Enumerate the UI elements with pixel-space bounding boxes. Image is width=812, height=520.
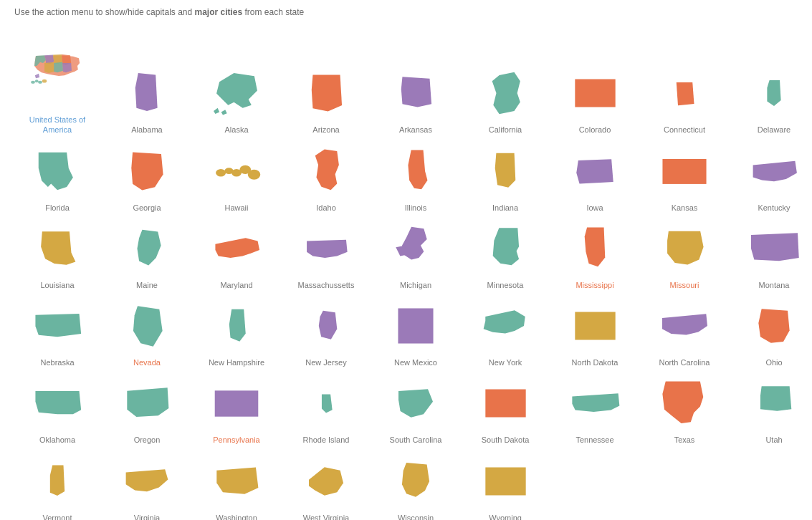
state-shape-south-carolina [387, 375, 444, 432]
state-item-maine[interactable]: Maine [104, 220, 190, 290]
state-label-nebraska: Nebraska [40, 357, 74, 367]
state-shape-delaware [745, 64, 803, 122]
state-item-florida[interactable]: Florida [14, 143, 100, 213]
svg-point-2 [38, 81, 42, 84]
state-shape-louisiana [29, 220, 86, 277]
state-item-arkansas[interactable]: Arkansas [373, 64, 459, 135]
state-item-maryland[interactable]: Maryland [194, 220, 280, 290]
state-item-texas[interactable]: Texas [641, 375, 727, 445]
state-item-indiana[interactable]: Indiana [462, 143, 548, 213]
state-item-iowa[interactable]: Iowa [552, 143, 638, 213]
state-item-ohio[interactable]: Ohio [731, 297, 812, 367]
state-shape-kentucky [745, 143, 803, 200]
state-item-colorado[interactable]: Colorado [552, 64, 638, 135]
state-label-wyoming: Wyoming [489, 513, 522, 520]
state-item-alaska[interactable]: Alaska [194, 64, 280, 135]
state-label-michigan: Michigan [400, 280, 431, 290]
state-item-idaho[interactable]: Idaho [283, 143, 369, 213]
state-label-california: California [489, 125, 522, 135]
state-item-utah[interactable]: Utah [731, 375, 812, 445]
state-item-delaware[interactable]: Delaware [731, 64, 812, 135]
state-item-west-virginia[interactable]: West Virginia [283, 453, 369, 520]
state-item-pennsylvania[interactable]: Pennsylvania [194, 375, 280, 445]
state-shape-ohio [745, 297, 803, 355]
state-label-virginia: Virginia [134, 513, 161, 520]
state-item-wisconsin[interactable]: Wisconsin [373, 453, 459, 520]
state-shape-mississippi [566, 220, 624, 277]
state-item-michigan[interactable]: Michigan [373, 220, 459, 290]
state-shape-idaho [297, 143, 355, 200]
svg-point-3 [42, 80, 47, 83]
state-label-oregon: Oregon [134, 435, 161, 445]
state-item-new-york[interactable]: New York [462, 297, 548, 367]
state-shape-michigan [387, 220, 444, 277]
state-label-georgia: Georgia [133, 203, 161, 213]
state-item-alabama[interactable]: Alabama [104, 64, 190, 135]
state-label-alaska: Alaska [224, 125, 248, 135]
state-item-georgia[interactable]: Georgia [104, 143, 190, 213]
state-shape-indiana [477, 143, 534, 200]
state-item-missouri[interactable]: Missouri [641, 220, 727, 290]
state-shape-south-dakota [477, 375, 534, 432]
svg-rect-13 [215, 390, 259, 416]
state-label-west-virginia: West Virginia [303, 513, 349, 520]
state-shape-vermont [29, 453, 86, 510]
state-label-iowa: Iowa [586, 203, 603, 213]
state-label-vermont: Vermont [43, 513, 72, 520]
svg-rect-10 [662, 159, 706, 184]
state-item-minnesota[interactable]: Minnesota [462, 220, 548, 290]
state-label-tennessee: Tennessee [575, 435, 613, 445]
state-item-nevada[interactable]: Nevada [104, 297, 190, 367]
state-item-nebraska[interactable]: Nebraska [14, 297, 100, 367]
state-item-rhode-island[interactable]: Rhode Island [283, 375, 369, 445]
state-item-virginia[interactable]: Virginia [104, 453, 190, 520]
state-shape-alaska [208, 64, 265, 122]
state-item-united-states-of-america[interactable]: United States of America [14, 26, 100, 135]
state-item-wyoming[interactable]: Wyoming [462, 453, 548, 520]
state-label-nevada: Nevada [133, 357, 161, 367]
state-item-oklahoma[interactable]: Oklahoma [14, 375, 100, 445]
state-shape-oklahoma [29, 375, 86, 432]
state-shape-maine [118, 220, 176, 277]
state-label-south-dakota: South Dakota [482, 435, 530, 445]
state-shape-missouri [656, 220, 713, 277]
state-label-idaho: Idaho [316, 203, 336, 213]
state-label-colorado: Colorado [579, 125, 611, 135]
state-item-hawaii[interactable]: Hawaii [194, 143, 280, 213]
state-label-indiana: Indiana [492, 203, 518, 213]
state-shape-new-hampshire [208, 297, 265, 355]
state-item-new-jersey[interactable]: New Jersey [283, 297, 369, 367]
svg-rect-4 [575, 80, 615, 107]
state-shape-massachussetts [297, 220, 355, 277]
state-item-north-dakota[interactable]: North Dakota [552, 297, 638, 367]
state-shape-florida [29, 143, 86, 200]
state-shape-nebraska [29, 297, 86, 355]
state-item-new-mexico[interactable]: New Mexico [373, 297, 459, 367]
state-item-south-dakota[interactable]: South Dakota [462, 375, 548, 445]
state-item-louisiana[interactable]: Louisiana [14, 220, 100, 290]
state-item-illinois[interactable]: Illinois [373, 143, 459, 213]
state-label-missouri: Missouri [670, 280, 699, 290]
state-item-california[interactable]: California [462, 64, 548, 135]
state-item-massachussetts[interactable]: Massachussetts [283, 220, 369, 290]
state-label-illinois: Illinois [405, 203, 427, 213]
state-item-vermont[interactable]: Vermont [14, 453, 100, 520]
state-shape-montana [745, 220, 803, 277]
state-item-connecticut[interactable]: Connecticut [641, 64, 727, 135]
state-item-washington[interactable]: Washington [194, 453, 280, 520]
state-label-south-carolina: South Carolina [390, 435, 442, 445]
state-label-mississippi: Mississippi [575, 280, 613, 290]
state-item-mississippi[interactable]: Mississippi [552, 220, 638, 290]
state-item-kansas[interactable]: Kansas [641, 143, 727, 213]
state-label-north-dakota: North Dakota [572, 357, 618, 367]
state-item-arizona[interactable]: Arizona [283, 64, 369, 135]
state-item-kentucky[interactable]: Kentucky [731, 143, 812, 213]
state-item-oregon[interactable]: Oregon [104, 375, 190, 445]
state-item-montana[interactable]: Montana [731, 220, 812, 290]
state-item-new-hampshire[interactable]: New Hampshire [194, 297, 280, 367]
state-shape-iowa [566, 143, 624, 200]
state-label-pennsylvania: Pennsylvania [213, 435, 259, 445]
state-item-south-carolina[interactable]: South Carolina [373, 375, 459, 445]
state-item-tennessee[interactable]: Tennessee [552, 375, 638, 445]
state-item-north-carolina[interactable]: North Carolina [641, 297, 727, 367]
